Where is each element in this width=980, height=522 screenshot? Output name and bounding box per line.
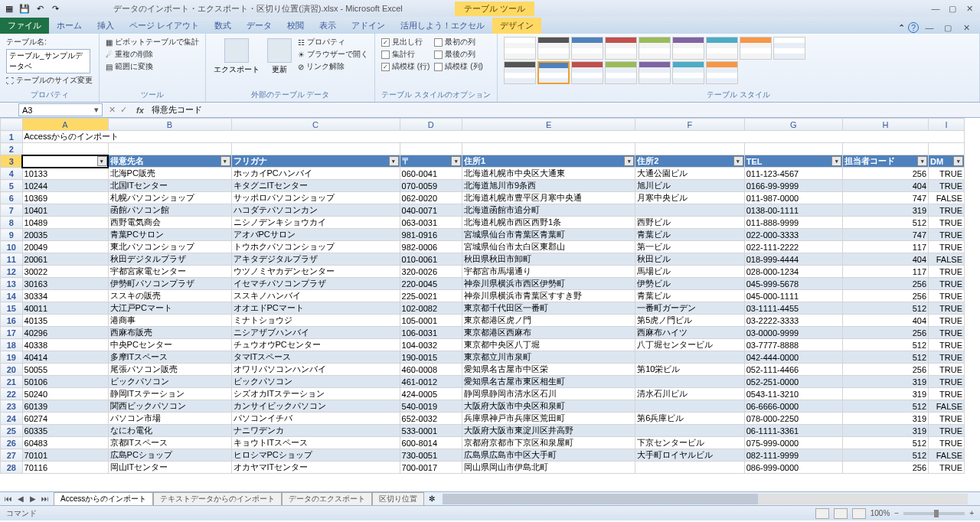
cell[interactable]: 104-0032 [400, 339, 462, 351]
cell[interactable]: 022-111-2222 [744, 241, 842, 253]
cell[interactable]: 北海道札幌市西区西野1条 [462, 217, 635, 229]
filter-icon[interactable]: ▾ [451, 156, 461, 166]
cell[interactable]: 東北パソコンショップ [108, 241, 231, 253]
cell[interactable]: 052-111-4466 [744, 364, 842, 376]
cell[interactable]: ビックパソコン [231, 376, 400, 388]
cell[interactable]: 宇都宮家電センター [108, 266, 231, 278]
normal-view-icon[interactable] [815, 508, 829, 519]
row-header[interactable]: 8 [1, 217, 23, 229]
cell[interactable]: 宮城県仙台市青葉区青葉町 [462, 229, 635, 241]
cell[interactable] [108, 143, 231, 155]
cell[interactable] [635, 462, 745, 474]
cell[interactable]: サッポロパソコンショップ [231, 192, 400, 204]
table-header-cell[interactable]: DM▾ [929, 155, 965, 168]
table-header-cell[interactable]: TEL▾ [744, 155, 842, 168]
cell[interactable]: 秋田ビル [635, 253, 745, 266]
cell[interactable]: 青葉ビル [635, 290, 745, 302]
sheet-nav-last-icon[interactable]: ⏭ [40, 494, 51, 503]
horizontal-scrollbar[interactable] [443, 494, 968, 504]
cell[interactable]: 大手町ロイヤルビル [635, 449, 745, 462]
cell[interactable]: FALSE [929, 253, 965, 266]
cell[interactable]: 652-0032 [400, 413, 462, 425]
cell[interactable]: 第一ビル [635, 241, 745, 253]
cell[interactable]: TRUE [929, 217, 965, 229]
row-header[interactable]: 27 [1, 449, 23, 462]
dropdown-icon[interactable]: ▾ [94, 105, 99, 115]
cell[interactable]: 10401 [22, 204, 108, 217]
cell[interactable]: 港商事 [108, 315, 231, 327]
cell[interactable]: TRUE [929, 266, 965, 278]
minimize-icon[interactable]: — [928, 2, 943, 15]
cell[interactable]: 60139 [22, 400, 108, 413]
cell[interactable]: 512 [843, 449, 929, 462]
sheet-tab[interactable]: データのエクスポート [282, 492, 372, 505]
resize-table-button[interactable]: ⛶テーブルのサイズ変更 [6, 75, 93, 86]
page-break-view-icon[interactable] [852, 508, 866, 519]
cell[interactable]: TRUE [929, 168, 965, 180]
cell[interactable]: 伊勢ビル [635, 278, 745, 290]
cell[interactable]: FALSE [929, 449, 965, 462]
cell[interactable]: 函館パソコン館 [108, 204, 231, 217]
cell[interactable]: TRUE [929, 364, 965, 376]
cell[interactable]: 03-1111-4455 [744, 302, 842, 315]
cell[interactable]: 東京都千代田区一番町 [462, 302, 635, 315]
row-header[interactable]: 25 [1, 425, 23, 437]
save-icon[interactable]: 💾 [18, 2, 31, 15]
cell[interactable]: 060-0041 [400, 168, 462, 180]
row-header[interactable]: 4 [1, 168, 23, 180]
cell[interactable]: アオバPCサロン [231, 229, 400, 241]
filter-icon[interactable]: ▾ [624, 156, 634, 166]
style-swatch[interactable] [504, 37, 536, 60]
cell[interactable]: 広島PCショップ [108, 449, 231, 462]
cell[interactable]: 秋田県秋田市卸町 [462, 253, 635, 266]
cell[interactable]: 広島県広島市中区大手町 [462, 449, 635, 462]
export-button[interactable]: エクスポート [212, 37, 261, 77]
cell[interactable] [22, 143, 108, 155]
column-header[interactable]: C [231, 119, 400, 131]
cell[interactable]: 40338 [22, 339, 108, 351]
cell[interactable]: 西麻布ハイツ [635, 327, 745, 339]
filter-icon[interactable]: ▾ [220, 156, 230, 166]
cell[interactable]: 512 [843, 437, 929, 449]
cell[interactable]: 320-0026 [400, 266, 462, 278]
cell[interactable]: 旭川ビル [635, 180, 745, 192]
cell[interactable]: 北国ITセンター [108, 180, 231, 192]
table-header-cell[interactable]: 住所1▾ [462, 155, 635, 168]
cell[interactable]: 011-987-0000 [744, 192, 842, 204]
style-swatch[interactable] [706, 37, 738, 60]
cell[interactable]: 大阪府大阪市東淀川区井高野 [462, 425, 635, 437]
cell[interactable]: 第10栄ビル [635, 364, 745, 376]
cell[interactable]: TRUE [929, 462, 965, 474]
cell[interactable]: 西野ビル [635, 217, 745, 229]
banded-rows-checkbox[interactable]: ✓縞模様 (行) [381, 61, 430, 72]
cell[interactable]: 512 [843, 217, 929, 229]
cell[interactable]: 静岡県静岡市清水区石川 [462, 388, 635, 400]
cell[interactable]: 青葉ビル [635, 229, 745, 241]
column-header[interactable]: F [635, 119, 745, 131]
cell[interactable]: 256 [843, 290, 929, 302]
cell[interactable]: 03-2222-3333 [744, 315, 842, 327]
pivot-button[interactable]: ▦ピボットテーブルで集計 [106, 37, 199, 47]
style-swatch[interactable] [571, 61, 603, 84]
cell[interactable]: 70116 [22, 462, 108, 474]
cell[interactable]: 063-0031 [400, 217, 462, 229]
tab-item[interactable]: 校閲 [279, 18, 312, 34]
cell[interactable]: 319 [843, 388, 929, 400]
cell[interactable]: 40135 [22, 315, 108, 327]
cell[interactable]: 北海道札幌市豊平区月寒中央通 [462, 192, 635, 204]
cell[interactable]: 大阪府大阪市中央区和泉町 [462, 400, 635, 413]
sheet-tab[interactable]: 区切り位置 [372, 492, 424, 505]
cell[interactable]: 078-000-2250 [744, 413, 842, 425]
cell[interactable]: 札幌パソコンショップ [108, 192, 231, 204]
cell[interactable]: 20049 [22, 241, 108, 253]
cell[interactable]: 10244 [22, 180, 108, 192]
style-swatch[interactable] [639, 61, 671, 84]
cell[interactable]: キタグニITセンター [231, 180, 400, 192]
page-layout-view-icon[interactable] [834, 508, 848, 519]
style-swatch[interactable] [706, 61, 738, 84]
cell[interactable]: 981-0916 [400, 229, 462, 241]
filter-icon[interactable]: ▾ [97, 156, 107, 166]
minimize-ribbon-icon[interactable]: ⌃ [898, 23, 905, 33]
formula-bar[interactable]: 得意先コード [147, 103, 980, 116]
cell[interactable]: TRUE [929, 180, 965, 192]
